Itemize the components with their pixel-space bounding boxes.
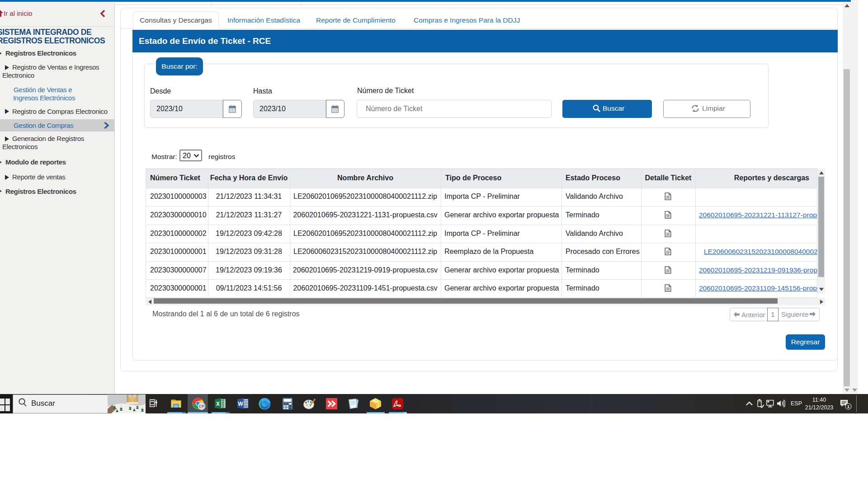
svg-text:W: W	[238, 401, 243, 407]
svg-text:X: X	[216, 401, 220, 407]
svg-text:1: 1	[847, 404, 850, 409]
svg-text:CP: CP	[199, 404, 204, 408]
